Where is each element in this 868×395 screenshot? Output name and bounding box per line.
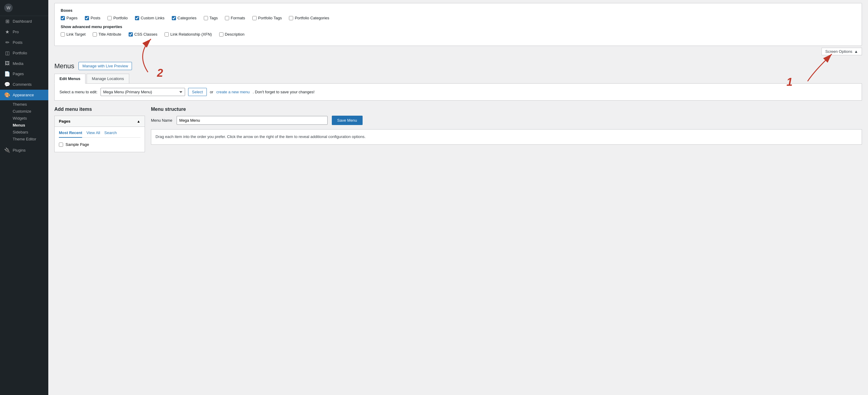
sidebar-item-pages[interactable]: 📄 Pages bbox=[0, 68, 48, 79]
checkbox-portfolio-tags[interactable]: Portfolio Tags bbox=[252, 16, 282, 20]
sidebar-item-media[interactable]: 🖼 Media bbox=[0, 58, 48, 68]
two-col-layout: Add menu items Pages ▲ Most Recent View … bbox=[54, 107, 862, 152]
checkbox-pages[interactable]: Pages bbox=[61, 16, 78, 20]
menus-header: Menus Manage with Live Preview bbox=[54, 57, 862, 74]
boxes-section-title: Boxes bbox=[61, 8, 856, 13]
pro-icon: ★ bbox=[4, 29, 10, 35]
sidebar-item-dashboard[interactable]: ⊞ Dashboard bbox=[0, 16, 48, 27]
live-preview-button[interactable]: Manage with Live Preview bbox=[79, 62, 132, 70]
checkbox-link-target[interactable]: Link Target bbox=[61, 32, 86, 36]
menu-name-row: Menu Name Save Menu bbox=[151, 116, 862, 125]
pages-icon: 📄 bbox=[4, 71, 10, 77]
tab-edit-menus[interactable]: Edit Menus bbox=[54, 74, 86, 84]
select-menu-row: Select a menu to edit: Mega Menu (Primar… bbox=[54, 84, 862, 100]
select-button[interactable]: Select bbox=[188, 88, 207, 96]
select-menu-label: Select a menu to edit: bbox=[60, 90, 97, 94]
tab-search[interactable]: Search bbox=[104, 130, 117, 136]
appearance-submenu: Themes Customize Widgets Menus Sidebars … bbox=[0, 100, 48, 145]
save-menu-button[interactable]: Save Menu bbox=[332, 116, 363, 125]
menus-header-wrapper: Menus Manage with Live Preview bbox=[54, 57, 862, 74]
menu-select-dropdown[interactable]: Mega Menu (Primary Menu) bbox=[100, 88, 185, 96]
checkbox-link-relationship[interactable]: Link Relationship (XFN) bbox=[164, 32, 212, 36]
sidebar-item-pro[interactable]: ★ Pro bbox=[0, 27, 48, 37]
dashboard-icon: ⊞ bbox=[4, 19, 10, 24]
sidebar-item-portfolio[interactable]: ◫ Portfolio bbox=[0, 48, 48, 58]
portfolio-icon: ◫ bbox=[4, 50, 10, 56]
sidebar-sub-themes[interactable]: Themes bbox=[13, 101, 48, 108]
advanced-section-title: Show advanced menu properties bbox=[61, 25, 856, 29]
screen-options-bar: Screen Options ▲ bbox=[48, 46, 868, 57]
main-content: Boxes Pages Posts Portfolio Custom Links… bbox=[48, 0, 868, 395]
screen-options-label: Screen Options bbox=[826, 49, 852, 54]
checkbox-custom-links[interactable]: Custom Links bbox=[135, 16, 164, 20]
tab-most-recent[interactable]: Most Recent bbox=[59, 130, 82, 138]
appearance-icon: 🎨 bbox=[4, 92, 10, 98]
accordion-header-pages[interactable]: Pages ▲ bbox=[55, 116, 145, 127]
sidebar-item-label: Pages bbox=[13, 71, 24, 76]
sidebar-item-label: Media bbox=[13, 61, 23, 66]
sample-page-label: Sample Page bbox=[65, 142, 89, 147]
sidebar-item-label: Plugins bbox=[13, 148, 26, 152]
checkbox-posts[interactable]: Posts bbox=[85, 16, 100, 20]
sidebar-sub-sidebars[interactable]: Sidebars bbox=[13, 129, 48, 135]
checkbox-css-classes[interactable]: CSS Classes bbox=[129, 32, 158, 36]
sidebar-sub-menus[interactable]: Menus bbox=[13, 122, 48, 129]
checkbox-title-attribute[interactable]: Title Attribute bbox=[93, 32, 121, 36]
menus-title: Menus bbox=[54, 62, 74, 70]
checkbox-description[interactable]: Description bbox=[219, 32, 245, 36]
sidebar-item-posts[interactable]: ✏ Posts bbox=[0, 37, 48, 48]
wp-logo-icon: W bbox=[4, 4, 13, 12]
accordion-title: Pages bbox=[59, 119, 70, 123]
accordion-body-pages: Most Recent View All Search Sample Page bbox=[55, 127, 145, 152]
checkbox-portfolio[interactable]: Portfolio bbox=[107, 16, 128, 20]
tab-view-all[interactable]: View All bbox=[86, 130, 100, 136]
pages-accordion: Pages ▲ Most Recent View All Search Samp… bbox=[54, 116, 145, 152]
chevron-up-icon: ▲ bbox=[854, 49, 858, 54]
sidebar-sub-customize[interactable]: Customize bbox=[13, 108, 48, 115]
sample-page-checkbox[interactable] bbox=[59, 143, 63, 147]
add-menu-items-panel: Add menu items Pages ▲ Most Recent View … bbox=[54, 107, 145, 152]
sidebar-item-label: Portfolio bbox=[13, 51, 27, 55]
checkbox-formats[interactable]: Formats bbox=[225, 16, 245, 20]
sidebar-item-plugins[interactable]: 🔌 Plugins bbox=[0, 145, 48, 155]
pages-list-item: Sample Page bbox=[59, 141, 141, 148]
menus-tabs: Edit Menus Manage Locations bbox=[54, 74, 862, 84]
menu-structure-panel: Menu structure Menu Name Save Menu Drag … bbox=[151, 107, 862, 145]
create-menu-link[interactable]: create a new menu bbox=[216, 90, 250, 94]
page-content: Menus Manage with Live Preview bbox=[48, 57, 868, 158]
checkbox-portfolio-categories[interactable]: Portfolio Categories bbox=[289, 16, 329, 20]
sidebar-logo: W bbox=[0, 0, 48, 16]
add-menu-items-title: Add menu items bbox=[54, 107, 145, 112]
sidebar-item-label: Comments bbox=[13, 82, 32, 87]
screen-options-panel: Boxes Pages Posts Portfolio Custom Links… bbox=[54, 3, 862, 46]
sidebar: W ⊞ Dashboard ★ Pro ✏ Posts ◫ Portfolio … bbox=[0, 0, 48, 395]
sidebar-item-label: Pro bbox=[13, 30, 19, 34]
sidebar-nav: ⊞ Dashboard ★ Pro ✏ Posts ◫ Portfolio 🖼 … bbox=[0, 16, 48, 395]
boxes-checkboxes: Pages Posts Portfolio Custom Links Categ… bbox=[61, 16, 856, 20]
sidebar-item-appearance[interactable]: 🎨 Appearance bbox=[0, 90, 48, 100]
media-icon: 🖼 bbox=[4, 61, 10, 66]
sidebar-sub-widgets[interactable]: Widgets bbox=[13, 115, 48, 122]
menus-title-row: Menus Manage with Live Preview bbox=[54, 62, 132, 70]
menu-name-input[interactable] bbox=[177, 116, 328, 125]
dont-forget-text: . Don't forget to save your changes! bbox=[253, 90, 315, 94]
advanced-checkboxes: Link Target Title Attribute CSS Classes … bbox=[61, 32, 856, 36]
menu-name-label: Menu Name bbox=[151, 118, 173, 123]
pages-tabs: Most Recent View All Search bbox=[59, 130, 141, 138]
sidebar-item-label: Posts bbox=[13, 40, 23, 45]
comments-icon: 💬 bbox=[4, 82, 10, 87]
tab-manage-locations[interactable]: Manage Locations bbox=[87, 74, 129, 83]
screen-options-button[interactable]: Screen Options ▲ bbox=[822, 48, 862, 55]
menu-description: Drag each item into the order you prefer… bbox=[151, 129, 862, 145]
checkbox-categories[interactable]: Categories bbox=[172, 16, 196, 20]
sidebar-item-label: Dashboard bbox=[13, 19, 32, 24]
plugins-icon: 🔌 bbox=[4, 147, 10, 153]
sidebar-item-label: Appearance bbox=[13, 93, 34, 97]
checkbox-tags[interactable]: Tags bbox=[204, 16, 218, 20]
sidebar-sub-theme-editor[interactable]: Theme Editor bbox=[13, 135, 48, 143]
menu-structure-title: Menu structure bbox=[151, 107, 862, 112]
sidebar-item-comments[interactable]: 💬 Comments bbox=[0, 79, 48, 90]
chevron-up-icon: ▲ bbox=[137, 119, 141, 123]
or-text: or bbox=[210, 90, 213, 94]
posts-icon: ✏ bbox=[4, 39, 10, 45]
